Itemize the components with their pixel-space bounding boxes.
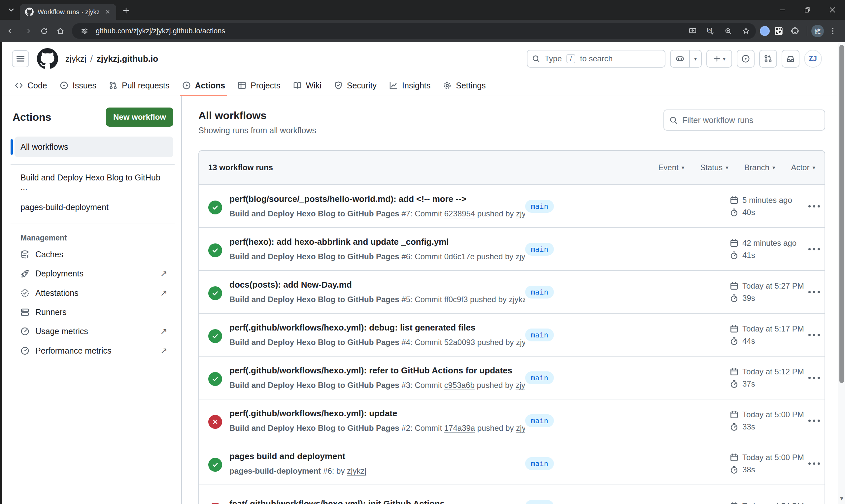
actor-link[interactable]: zjykzj (516, 424, 525, 432)
commit-link[interactable]: ff0c9f3 (444, 295, 468, 304)
new-tab-button[interactable] (120, 4, 133, 17)
zoom-icon[interactable] (722, 24, 735, 38)
forward-button[interactable] (20, 23, 35, 39)
commit-link[interactable]: 174a39a (444, 424, 475, 432)
run-menu-button[interactable] (808, 242, 820, 256)
tab-wiki[interactable]: Wiki (288, 75, 327, 96)
actor-link[interactable]: zjykzj (516, 209, 525, 218)
minimize-button[interactable] (770, 1, 795, 19)
close-window-button[interactable] (820, 1, 845, 19)
sidebar-item-runners[interactable]: Runners (15, 303, 173, 322)
filter-dropdown[interactable]: Status ▾ (700, 163, 728, 172)
branch-badge[interactable]: main (525, 372, 554, 384)
tab-code[interactable]: Code (9, 75, 52, 96)
browser-tab[interactable]: Workflow runs · zjykzj/zjykzj.g (20, 4, 116, 20)
page-scrollbar[interactable]: ▼ (838, 42, 845, 504)
address-bar[interactable]: github.com/zjykzj/zjykzj.github.io/actio… (72, 23, 756, 39)
run-title-link[interactable]: perf(.github/workflows/hexo.yml): update (229, 408, 525, 418)
sidebar-item-attestations[interactable]: Attestations ↗ (15, 283, 173, 303)
run-title-link[interactable]: perf(.github/workflows/hexo.yml): refer … (229, 365, 525, 376)
actor-link[interactable]: zjykzj (515, 381, 525, 390)
stopwatch-icon (730, 294, 738, 303)
run-title-link[interactable]: perf(hexo): add hexo-abbrlink and update… (229, 237, 525, 247)
run-menu-button[interactable] (808, 328, 820, 341)
branch-badge[interactable]: main (525, 414, 554, 427)
tab-close-button[interactable] (103, 7, 112, 17)
global-search-button[interactable]: Type / to search (527, 50, 666, 68)
actor-link[interactable]: zjykzj (516, 338, 525, 347)
branch-badge[interactable]: main (525, 500, 554, 504)
tab-insights[interactable]: Insights (384, 75, 436, 96)
sidebar-item-performance-metrics[interactable]: Performance metrics ↗ (15, 341, 173, 361)
run-title-link[interactable]: pages build and deployment (229, 451, 366, 462)
filter-dropdown[interactable]: Branch ▾ (744, 163, 775, 172)
run-title-link[interactable]: feat(.github/workflows/hexo.yml): init G… (229, 499, 445, 504)
run-menu-button[interactable] (808, 371, 820, 384)
extensions-button[interactable] (788, 23, 803, 39)
create-new-button[interactable]: ▾ (706, 50, 732, 68)
tab-issues[interactable]: Issues (54, 75, 102, 96)
filter-dropdown[interactable]: Actor ▾ (791, 163, 815, 172)
browser-profile-avatar[interactable]: 健 (811, 25, 824, 37)
commit-link[interactable]: 52a0093 (444, 338, 475, 347)
run-menu-button[interactable] (808, 457, 820, 470)
issues-dashboard-button[interactable] (737, 50, 755, 68)
sidebar-item-all-workflows[interactable]: All workflows (15, 137, 173, 157)
bookmark-star-icon[interactable] (739, 24, 753, 38)
home-button[interactable] (53, 23, 68, 39)
tab-settings[interactable]: Settings (438, 75, 491, 96)
branch-badge[interactable]: main (525, 457, 554, 470)
commit-link[interactable]: 6238954 (444, 209, 475, 218)
url-text[interactable]: github.com/zjykzj/zjykzj.github.io/actio… (96, 27, 681, 35)
branch-badge[interactable]: main (525, 243, 554, 256)
sidebar-workflow-pages-build-deployment[interactable]: pages-build-deployment (15, 197, 173, 217)
tab-actions[interactable]: Actions (177, 75, 231, 96)
tab-pull-requests[interactable]: Pull requests (104, 75, 175, 96)
inbox-button[interactable] (781, 50, 799, 68)
copilot-caret-icon[interactable]: ▾ (694, 55, 697, 62)
user-avatar[interactable]: ZJ (804, 50, 822, 68)
commit-link[interactable]: 0d6c17e (444, 252, 475, 261)
tab-projects[interactable]: Projects (232, 75, 285, 96)
commit-link[interactable]: c953a6b (444, 381, 475, 390)
github-logo[interactable] (37, 48, 58, 69)
run-title-link[interactable]: docs(posts): add New-Day.md (229, 280, 525, 290)
run-menu-button[interactable] (808, 500, 820, 504)
reload-button[interactable] (36, 23, 52, 39)
install-app-icon[interactable] (686, 24, 699, 38)
run-menu-button[interactable] (808, 200, 820, 213)
filter-workflow-runs-input[interactable] (682, 115, 819, 125)
new-workflow-button[interactable]: New workflow (106, 108, 173, 127)
sidebar-item-deployments[interactable]: Deployments ↗ (15, 264, 173, 283)
global-nav-menu-button[interactable] (12, 50, 29, 67)
branch-badge[interactable]: main (525, 286, 554, 299)
pull-requests-dashboard-button[interactable] (759, 50, 777, 68)
translate-icon[interactable]: G (704, 24, 717, 38)
back-button[interactable] (3, 23, 18, 39)
actor-link[interactable]: zjykzj (509, 295, 525, 304)
tab-search-button[interactable] (5, 3, 18, 17)
tab-security[interactable]: Security (329, 75, 382, 96)
filter-dropdown[interactable]: Event ▾ (658, 163, 684, 172)
extension-qr-icon[interactable] (771, 23, 786, 39)
sidebar-item-usage-metrics[interactable]: Usage metrics ↗ (15, 322, 173, 341)
breadcrumb-repo[interactable]: zjykzj.github.io (97, 54, 158, 64)
branch-badge[interactable]: main (525, 328, 554, 341)
copilot-button[interactable]: ▾ (670, 50, 702, 68)
run-menu-button[interactable] (808, 414, 820, 427)
sidebar-item-caches[interactable]: Caches (15, 245, 173, 264)
breadcrumb-owner[interactable]: zjykzj (65, 54, 87, 64)
run-menu-button[interactable] (808, 285, 820, 299)
restore-button[interactable] (795, 1, 820, 19)
scrollbar-thumb[interactable] (839, 45, 844, 383)
actor-link[interactable]: zjykzj (515, 252, 525, 261)
scrollbar-down-arrow[interactable]: ▼ (838, 496, 845, 502)
branch-badge[interactable]: main (525, 200, 554, 213)
sidebar-workflow-hexo[interactable]: Build and Deploy Hexo Blog to GitHub ... (15, 167, 173, 197)
browser-menu-button[interactable] (825, 23, 840, 39)
actor-link[interactable]: zjykzj (347, 466, 366, 475)
site-settings-icon[interactable] (78, 24, 91, 38)
extension-blue-icon[interactable] (760, 26, 770, 36)
run-title-link[interactable]: perf(.github/workflows/hexo.yml): debug:… (229, 323, 525, 333)
run-title-link[interactable]: perf(blog/source/_posts/hello-world.md):… (229, 194, 525, 204)
